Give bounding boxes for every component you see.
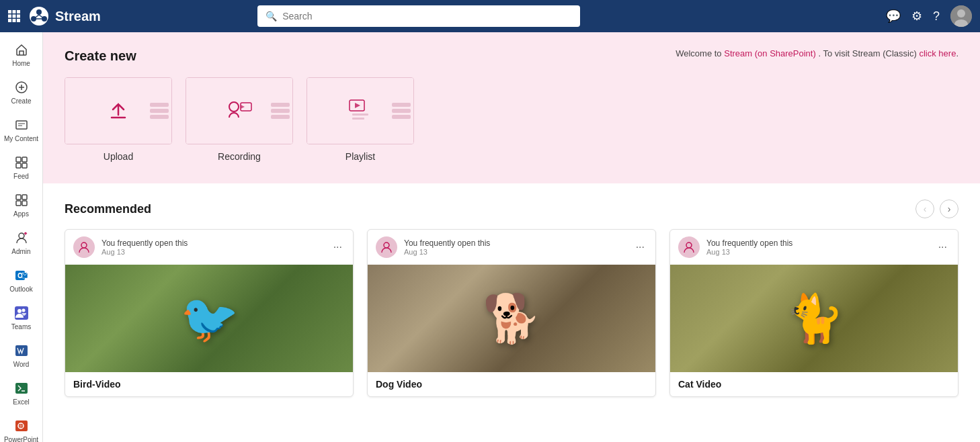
sidebar-item-outlook-label: Outlook <box>9 285 32 293</box>
sidebar-item-home[interactable]: Home <box>0 38 42 73</box>
svg-point-41 <box>229 102 239 112</box>
video-dog-avatar <box>376 236 397 258</box>
svg-rect-21 <box>16 157 21 162</box>
video-cat-date: Aug 13 <box>706 248 929 256</box>
sidebar-item-excel-label: Excel <box>13 398 29 406</box>
upload-thumbnail <box>65 77 172 144</box>
create-cards: Upload <box>65 77 958 162</box>
excel-icon <box>15 382 28 397</box>
video-cat-more-icon[interactable]: ··· <box>936 241 950 253</box>
sidebar-item-my-content-label: My Content <box>4 135 38 142</box>
sidebar-item-my-content[interactable]: My Content <box>0 113 42 148</box>
video-bird-avatar <box>73 236 95 258</box>
sidebar-item-admin[interactable]: Admin <box>0 226 42 261</box>
video-bird-title: Bird-Video <box>65 372 353 396</box>
svg-rect-2 <box>17 10 20 13</box>
video-dog-more-icon[interactable]: ··· <box>633 241 647 253</box>
video-card-dog[interactable]: You frequently open this Aug 13 ··· 🐕 Do… <box>367 229 656 397</box>
svg-rect-28 <box>22 201 27 206</box>
svg-rect-26 <box>22 195 27 200</box>
sidebar-item-teams-label: Teams <box>11 323 31 330</box>
sidebar: Home Create My Content <box>0 32 43 442</box>
create-title: Create new <box>65 48 136 64</box>
playlist-label: Playlist <box>345 151 375 162</box>
sidebar-item-create[interactable]: Create <box>0 75 42 110</box>
waffle-icon[interactable] <box>8 10 20 22</box>
next-button[interactable]: › <box>940 200 958 218</box>
sidebar-item-outlook[interactable]: Outlook <box>0 263 42 298</box>
body-layout: Home Create My Content <box>0 32 980 442</box>
create-card-recording[interactable]: Recording <box>186 77 293 162</box>
settings-icon[interactable]: ⚙ <box>911 9 922 24</box>
svg-rect-46 <box>352 118 364 120</box>
video-card-bird[interactable]: You frequently open this Aug 13 ··· 🐦 Bi… <box>65 229 354 397</box>
svg-rect-0 <box>8 10 11 13</box>
app-name: Stream <box>55 9 101 24</box>
create-header: Create new Welcome to Stream (on SharePo… <box>65 48 958 64</box>
svg-point-49 <box>686 242 692 248</box>
svg-rect-24 <box>22 163 27 168</box>
svg-point-29 <box>19 233 24 238</box>
svg-point-47 <box>81 242 87 248</box>
video-bird-meta-text: You frequently open this Aug 13 <box>101 238 324 256</box>
sidebar-item-feed[interactable]: Feed <box>0 150 42 185</box>
admin-icon <box>15 231 28 247</box>
sidebar-item-powerpoint[interactable]: PowerPoint <box>0 414 42 442</box>
video-cat-avatar <box>678 236 700 258</box>
recommended-navigation: ‹ › <box>915 200 958 218</box>
outlook-icon <box>15 269 28 284</box>
video-card-dog-meta: You frequently open this Aug 13 ··· <box>368 230 655 265</box>
classic-link[interactable]: click here <box>919 48 956 58</box>
help-icon[interactable]: ? <box>933 9 940 24</box>
svg-rect-38 <box>15 383 28 394</box>
sidebar-item-word[interactable]: Word <box>0 339 42 373</box>
sidebar-item-home-label: Home <box>12 60 30 67</box>
app-logo: Stream <box>28 5 101 27</box>
video-cat-title: Cat Video <box>670 372 958 396</box>
feed-icon <box>15 156 28 171</box>
video-bird-freq: You frequently open this <box>101 238 324 248</box>
recommended-section: Recommended ‹ › <box>43 183 980 413</box>
create-card-playlist[interactable]: Playlist <box>307 77 414 162</box>
sidebar-item-powerpoint-label: PowerPoint <box>4 436 38 442</box>
svg-rect-6 <box>8 19 11 22</box>
playlist-thumbnail <box>307 77 414 144</box>
search-input[interactable] <box>282 11 572 21</box>
video-dog-meta-text: You frequently open this Aug 13 <box>404 238 626 256</box>
home-icon <box>15 43 28 58</box>
stream-sharepoint-link[interactable]: Stream (on SharePoint) <box>724 48 816 58</box>
sidebar-item-apps[interactable]: Apps <box>0 188 42 223</box>
search-bar[interactable]: 🔍 <box>257 5 580 27</box>
teams-icon <box>15 306 28 322</box>
video-card-cat[interactable]: You frequently open this Aug 13 ··· 🐈 Ca… <box>669 229 958 397</box>
recommended-title: Recommended <box>65 202 151 216</box>
video-dog-title: Dog Video <box>368 372 655 396</box>
word-icon <box>15 344 28 359</box>
recording-thumbnail <box>186 77 293 144</box>
nav-actions: 💬 ⚙ ? <box>886 5 972 27</box>
svg-rect-23 <box>16 163 21 168</box>
main-content: Create new Welcome to Stream (on SharePo… <box>43 32 980 442</box>
user-avatar[interactable] <box>950 5 972 27</box>
video-bird-more-icon[interactable]: ··· <box>331 241 345 253</box>
feedback-icon[interactable]: 💬 <box>886 9 901 24</box>
svg-point-10 <box>36 9 42 15</box>
svg-rect-22 <box>22 157 27 162</box>
welcome-text: Welcome to <box>676 48 721 58</box>
create-card-upload[interactable]: Upload <box>65 77 172 162</box>
svg-rect-1 <box>13 10 16 13</box>
svg-rect-5 <box>17 15 20 18</box>
svg-rect-27 <box>16 201 21 206</box>
sidebar-item-teams[interactable]: Teams <box>0 301 42 336</box>
upload-label: Upload <box>104 151 133 162</box>
svg-rect-3 <box>8 15 11 18</box>
video-card-bird-meta: You frequently open this Aug 13 ··· <box>65 230 353 265</box>
svg-point-32 <box>19 274 22 277</box>
sidebar-item-excel[interactable]: Excel <box>0 376 42 411</box>
prev-button[interactable]: ‹ <box>915 200 934 218</box>
sidebar-item-word-label: Word <box>13 361 30 368</box>
svg-rect-37 <box>15 345 28 356</box>
svg-rect-20 <box>16 121 27 129</box>
video-bird-thumbnail: 🐦 <box>65 265 353 372</box>
apps-icon <box>15 193 28 209</box>
